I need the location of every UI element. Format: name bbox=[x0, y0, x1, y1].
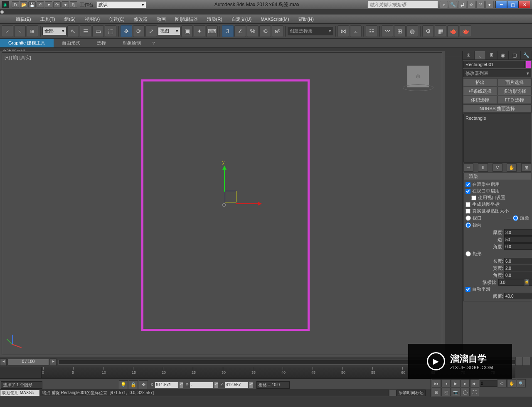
menu-customize[interactable]: 自定义(U) bbox=[227, 15, 256, 24]
preset-volsel[interactable]: 体积选择 bbox=[463, 96, 497, 104]
vtool2-icon[interactable] bbox=[523, 357, 530, 366]
binoculars-icon[interactable]: ⌕ bbox=[440, 1, 448, 8]
tab-create-icon[interactable]: ✳ bbox=[463, 51, 474, 60]
menu-grapheditors[interactable]: 图形编辑器 bbox=[171, 15, 202, 24]
ribbon-tab-graphite[interactable]: Graphite 建模工具 bbox=[0, 39, 54, 47]
radio-viewport[interactable] bbox=[466, 215, 471, 221]
menu-modifiers[interactable]: 修改器 bbox=[130, 15, 152, 24]
time-config-icon[interactable]: ⏱ bbox=[498, 379, 507, 387]
pivot-center-icon[interactable]: ▣ bbox=[181, 25, 193, 37]
object-color-swatch[interactable] bbox=[526, 61, 531, 68]
window-crossing-icon[interactable]: ⬚ bbox=[105, 25, 116, 37]
goto-end-icon[interactable]: ⏭ bbox=[470, 379, 479, 387]
vtool1-icon[interactable] bbox=[515, 357, 523, 366]
threshold-input[interactable] bbox=[504, 293, 532, 299]
chk-gen-mapcoords[interactable]: 生成贴图坐标 bbox=[466, 201, 529, 207]
preset-polysel[interactable]: 多边形选择 bbox=[498, 87, 532, 95]
object-name-input[interactable] bbox=[463, 61, 525, 68]
gizmo-x-axis[interactable] bbox=[236, 203, 261, 204]
material-editor-icon[interactable]: ◍ bbox=[406, 25, 418, 37]
aspect-lock-icon[interactable]: 🔒 bbox=[524, 279, 529, 286]
zoom-ext-icon[interactable]: ◱ bbox=[441, 388, 451, 396]
tab-display-icon[interactable]: ▢ bbox=[509, 51, 520, 60]
refcoord-dropdown[interactable]: 视图▾ bbox=[158, 27, 180, 35]
modifier-list-dropdown[interactable]: 修改器列表▾ bbox=[463, 69, 531, 77]
star-icon[interactable]: ☆ bbox=[467, 1, 475, 8]
coord-x-input[interactable] bbox=[155, 382, 179, 388]
menu-animation[interactable]: 动画 bbox=[153, 15, 170, 24]
angle-input[interactable] bbox=[504, 243, 532, 250]
goto-start-icon[interactable]: ⏮ bbox=[432, 379, 441, 387]
close-button[interactable]: ✕ bbox=[519, 1, 530, 8]
tab-hierarchy-icon[interactable]: ♜ bbox=[486, 51, 498, 60]
render-frame-icon[interactable]: ▦ bbox=[435, 25, 446, 37]
search-input[interactable] bbox=[367, 1, 438, 8]
menu-edit[interactable]: 编辑(E) bbox=[12, 15, 35, 24]
remove-mod-icon[interactable]: ✋ bbox=[507, 163, 517, 172]
orbit-icon[interactable]: ◯ bbox=[461, 388, 470, 396]
addtimemark[interactable]: 添加时间标记 bbox=[397, 390, 426, 396]
maxscript-mini[interactable]: 欢迎使用 MAXSc bbox=[0, 390, 40, 396]
fov-icon[interactable]: 📷 bbox=[451, 388, 460, 396]
undo-icon[interactable]: ↶ bbox=[37, 1, 44, 8]
layers-icon[interactable]: ☷ bbox=[366, 25, 377, 37]
gizmo-y-axis[interactable] bbox=[224, 167, 225, 192]
radio-render[interactable] bbox=[513, 215, 518, 221]
rotate-tool-icon[interactable]: ⟳ bbox=[133, 25, 145, 37]
sides-input[interactable] bbox=[504, 236, 532, 243]
help-dd-icon[interactable]: ▾ bbox=[485, 1, 494, 8]
make-unique-icon[interactable]: ∀ bbox=[493, 163, 502, 172]
time-slider[interactable]: 0 / 100 bbox=[7, 359, 49, 365]
open-icon[interactable]: 📂 bbox=[20, 1, 27, 8]
length-input[interactable] bbox=[504, 258, 532, 264]
current-frame-input[interactable] bbox=[480, 380, 497, 387]
pin-stack-icon[interactable]: ⊣ bbox=[463, 163, 473, 172]
selection-filter-dropdown[interactable]: 全部▾ bbox=[42, 27, 66, 35]
align-icon[interactable]: ⫠ bbox=[350, 25, 362, 37]
chk-enable-render[interactable]: 在渲染中启用 bbox=[466, 181, 529, 187]
menu-create[interactable]: 创建(C) bbox=[105, 15, 128, 24]
tab-modify-icon[interactable]: ◟ bbox=[474, 51, 486, 60]
timeslider-next-icon[interactable]: ▸ bbox=[50, 358, 57, 366]
snap-toggle-icon[interactable]: 3 bbox=[222, 25, 234, 37]
pan-view-icon[interactable]: ✋ bbox=[507, 379, 516, 387]
chk-use-vp-settings[interactable]: 使用视口设置 bbox=[471, 195, 529, 201]
max-viewport-icon[interactable]: ⛶ bbox=[470, 388, 479, 396]
radio-rectangular[interactable] bbox=[466, 251, 471, 257]
unlink-tool-icon[interactable]: ⟍ bbox=[14, 25, 26, 37]
thickness-input[interactable] bbox=[504, 229, 532, 236]
select-rect-icon[interactable]: ▭ bbox=[92, 25, 104, 37]
configure-sets-icon[interactable]: ⊞ bbox=[521, 163, 531, 172]
mini-curve-editor[interactable] bbox=[0, 367, 42, 378]
coord-y-input[interactable] bbox=[190, 382, 214, 388]
spinner-snap-icon[interactable]: ⟲ bbox=[259, 25, 271, 37]
commpanel-toggle-icon[interactable] bbox=[389, 390, 397, 396]
app-logo[interactable]: ◉ bbox=[2, 1, 9, 8]
lock-icon[interactable]: 🔒 bbox=[129, 380, 138, 390]
preset-nurbs[interactable]: NURBS 曲面选择 bbox=[463, 104, 532, 113]
next-frame-icon[interactable]: ▸ bbox=[461, 379, 470, 387]
play-icon[interactable]: ▶ bbox=[451, 379, 460, 387]
menu-maxscript[interactable]: MAXScript(M) bbox=[256, 15, 293, 23]
zoom-icon[interactable]: 🔍 bbox=[517, 379, 526, 387]
maximize-button[interactable]: ▢ bbox=[507, 1, 519, 8]
percent-snap-icon[interactable]: % bbox=[247, 25, 259, 37]
angle-snap-icon[interactable]: ∠ bbox=[234, 25, 246, 37]
key-icon[interactable]: 🔧 bbox=[449, 1, 457, 8]
prev-frame-icon[interactable]: ◂ bbox=[441, 379, 451, 387]
save-icon[interactable]: 💾 bbox=[28, 1, 36, 8]
menu-tools[interactable]: 工具(T) bbox=[36, 15, 59, 24]
app-menu-button[interactable]: ◉ bbox=[0, 9, 532, 15]
redo-dd-icon[interactable]: ▾ bbox=[62, 1, 69, 8]
menu-views[interactable]: 视图(V) bbox=[81, 15, 104, 24]
menu-group[interactable]: 组(G) bbox=[60, 15, 80, 24]
render-setup-icon[interactable]: ⚙ bbox=[422, 25, 434, 37]
lock-selection-icon[interactable]: 💡 bbox=[119, 380, 128, 390]
link-icon[interactable]: ⎘ bbox=[70, 1, 77, 8]
select-object-icon[interactable]: ↖ bbox=[67, 25, 79, 37]
tab-motion-icon[interactable]: ◉ bbox=[497, 51, 509, 60]
menu-help[interactable]: 帮助(H) bbox=[294, 15, 318, 24]
chk-realworld[interactable]: 真实世界贴图大小 bbox=[466, 208, 529, 214]
modifier-stack[interactable]: Rectangle bbox=[463, 113, 531, 163]
menu-rendering[interactable]: 渲染(R) bbox=[203, 15, 227, 24]
